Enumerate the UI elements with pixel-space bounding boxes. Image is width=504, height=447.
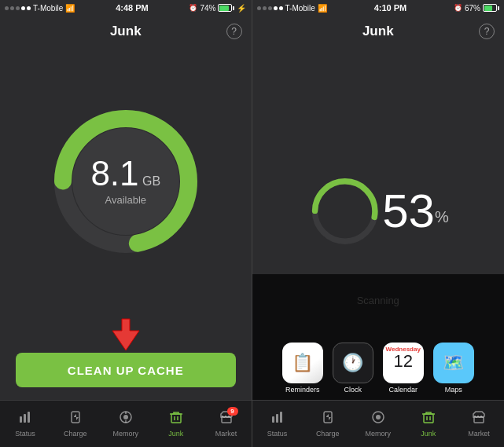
app-calendar[interactable]: Wednesday 12 Calendar [383, 343, 424, 394]
tab-junk-left[interactable]: Junk [151, 410, 201, 438]
svg-point-24 [376, 415, 381, 420]
left-donut-label: Available [90, 194, 160, 206]
red-arrow-icon [106, 315, 145, 354]
app-maps[interactable]: 🗺️ Maps [433, 343, 474, 394]
maps-icon: 🗺️ [433, 343, 474, 383]
right-carrier: T-Mobile [285, 4, 315, 13]
left-main-content: 8.1 GB Available [0, 47, 252, 315]
left-header: Junk ? [0, 16, 252, 47]
clock-label: Clock [344, 386, 362, 394]
tab-market-label-left: Market [215, 430, 237, 438]
tab-market-left[interactable]: 9 Market [201, 410, 252, 438]
svg-rect-6 [28, 412, 30, 423]
right-status-bar: T-Mobile 📶 4:10 PM ⏰ 67% [252, 0, 505, 16]
app-reminders[interactable]: 📋 Reminders [282, 343, 323, 394]
tab-memory-label-left: Memory [113, 430, 139, 438]
clock-icon: 🕐 [333, 343, 373, 383]
svg-rect-5 [24, 414, 26, 423]
app-clock[interactable]: 🕐 Clock [333, 343, 373, 394]
right-help-button[interactable]: ? [479, 24, 495, 39]
tab-junk-right[interactable]: Junk [403, 410, 454, 438]
tab-charge-left[interactable]: Charge [50, 410, 101, 438]
tab-market-label-right: Market [468, 430, 490, 438]
right-percent-value: 53 [382, 185, 435, 237]
tab-status-right[interactable]: Status [252, 410, 303, 438]
left-panel: T-Mobile 📶 4:48 PM ⏰ 74% ⚡ Junk ? [0, 0, 252, 447]
tab-status-left[interactable]: Status [0, 410, 50, 438]
charge-icon-right [321, 410, 335, 428]
reminders-label: Reminders [285, 386, 320, 394]
svg-rect-12 [171, 414, 181, 423]
maps-label: Maps [445, 386, 462, 394]
status-icon-right [270, 410, 285, 428]
right-percent-center: 53% [382, 188, 449, 235]
right-alarm-icon: ⏰ [454, 4, 462, 12]
cleanup-cache-button[interactable]: CLEAN UP CACHE [16, 353, 236, 387]
left-status-bar: T-Mobile 📶 4:48 PM ⏰ 74% ⚡ [0, 0, 252, 16]
tab-memory-right[interactable]: Memory [353, 410, 403, 438]
tab-market-right[interactable]: Market [454, 410, 504, 438]
left-time: 4:48 PM [116, 3, 149, 13]
right-wifi-icon: 📶 [318, 4, 327, 13]
right-percent-sign: % [435, 208, 449, 225]
arrow-indicator [106, 315, 145, 357]
recent-apps-overlay: 📋 Reminders 🕐 Clock Wednesday 12 Calenda… [252, 274, 505, 400]
left-help-button[interactable]: ? [226, 24, 242, 39]
svg-rect-20 [276, 414, 278, 423]
svg-rect-21 [280, 412, 282, 423]
right-panel: T-Mobile 📶 4:10 PM ⏰ 67% Junk ? [252, 0, 505, 447]
left-battery-alarm-icon: ⏰ [189, 4, 197, 12]
left-donut-value: 8.1 [90, 154, 138, 192]
tab-charge-label-right: Charge [316, 430, 340, 438]
market-badge-left: 9 [227, 407, 238, 416]
left-title: Junk [110, 24, 142, 39]
memory-icon-left [119, 410, 133, 428]
tab-charge-label-left: Charge [64, 430, 87, 438]
right-donut-chart: 53% [307, 141, 449, 282]
tab-status-label-right: Status [267, 430, 288, 438]
market-icon-right [472, 410, 486, 428]
right-donut-svg [307, 141, 382, 282]
left-tab-bar: Status Charge Memory Junk 9 [0, 400, 252, 447]
svg-point-9 [123, 415, 128, 420]
svg-rect-16 [222, 417, 231, 423]
status-icon-left [18, 410, 32, 428]
tab-charge-right[interactable]: Charge [303, 410, 353, 438]
calendar-icon: Wednesday 12 [383, 343, 424, 383]
tab-junk-label-left: Junk [168, 430, 183, 438]
reminders-icon: 📋 [282, 343, 323, 383]
junk-icon-right [421, 410, 436, 428]
svg-rect-29 [474, 417, 484, 423]
tab-memory-left[interactable]: Memory [101, 410, 151, 438]
left-donut-unit: GB [142, 174, 160, 188]
app-row: 📋 Reminders 🕐 Clock Wednesday 12 Calenda… [282, 343, 474, 394]
right-battery-percent: 67% [465, 4, 480, 13]
left-battery-percent: 74% [200, 4, 215, 13]
right-time: 4:10 PM [374, 3, 407, 13]
junk-icon-left [169, 410, 183, 428]
tab-junk-label-right: Junk [421, 430, 436, 438]
right-tab-bar: Status Charge Memory Junk Market [252, 400, 505, 447]
svg-rect-19 [272, 416, 274, 423]
memory-icon-right [371, 410, 385, 428]
left-carrier: T-Mobile [33, 4, 63, 13]
svg-rect-4 [20, 416, 22, 423]
right-header: Junk ? [252, 16, 505, 47]
left-help-icon: ? [231, 26, 237, 37]
tab-memory-label-right: Memory [365, 430, 391, 438]
left-donut-center: 8.1 GB Available [90, 156, 160, 206]
svg-rect-25 [424, 414, 433, 423]
charge-icon-left [68, 410, 83, 428]
left-button-area: CLEAN UP CACHE [0, 315, 252, 394]
left-donut-chart: 8.1 GB Available [47, 103, 204, 260]
svg-marker-3 [112, 319, 139, 350]
right-help-icon: ? [484, 26, 490, 37]
calendar-label: Calendar [388, 386, 418, 394]
right-title: Junk [362, 24, 394, 39]
tab-status-label-left: Status [15, 430, 35, 438]
left-wifi-icon: 📶 [65, 4, 75, 13]
